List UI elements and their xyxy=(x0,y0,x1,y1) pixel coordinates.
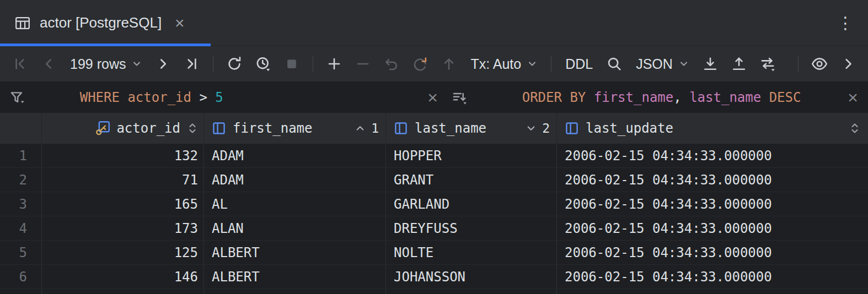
toolbar-separator xyxy=(213,56,213,72)
search-button[interactable] xyxy=(602,52,626,76)
tab-title: actor [PostgreSQL] xyxy=(40,14,162,31)
first-page-button[interactable] xyxy=(8,52,32,76)
stop-button[interactable] xyxy=(280,52,304,76)
search-icon xyxy=(606,56,623,72)
ddl-button[interactable]: DDL xyxy=(560,52,598,76)
sort-lines-icon[interactable] xyxy=(451,89,468,106)
delete-row-button[interactable] xyxy=(351,52,375,76)
order-token: ORDER BY xyxy=(522,90,594,105)
row-number[interactable]: 3 xyxy=(0,192,42,216)
chevron-right-icon xyxy=(840,56,856,72)
cell-first-name[interactable]: ADAM xyxy=(204,144,386,167)
sort-both-icon xyxy=(186,122,199,135)
cell-actor-id[interactable]: 173 xyxy=(42,216,204,240)
cell-actor-id[interactable]: 125 xyxy=(42,241,204,264)
cell-last-update[interactable]: 2006-02-15 04:34:33.000000 xyxy=(557,168,868,192)
tab-actor[interactable]: actor [PostgreSQL] × xyxy=(0,0,211,46)
table-row: 1 132 ADAM HOPPER 2006-02-15 04:34:33.00… xyxy=(0,144,868,168)
row-number[interactable]: 4 xyxy=(0,216,42,240)
page-size-dropdown[interactable]: 199 rows xyxy=(65,52,147,76)
cell-actor-id[interactable]: 165 xyxy=(42,192,204,216)
last-page-button[interactable] xyxy=(180,52,204,76)
export-data-button[interactable] xyxy=(698,52,722,76)
row-number[interactable]: 5 xyxy=(0,241,42,264)
refresh-icon xyxy=(226,56,243,72)
column-header-first-name[interactable]: first_name 1 xyxy=(204,113,386,144)
clear-where-button[interactable]: × xyxy=(427,89,438,106)
column-name: last_name xyxy=(415,121,486,136)
cell-last-update[interactable]: 2006-02-15 04:34:33.000000 xyxy=(557,144,868,167)
cell-first-name[interactable]: ALBERT xyxy=(204,241,386,264)
cell-first-name[interactable]: AL xyxy=(204,192,386,216)
arrow-up-icon xyxy=(441,56,457,72)
compare-data-button[interactable] xyxy=(756,52,780,76)
eye-icon xyxy=(811,55,828,73)
chevron-right-icon xyxy=(155,56,172,72)
cell-last-name[interactable]: GRANT xyxy=(386,168,557,192)
sort-indicator xyxy=(848,122,861,135)
history-button[interactable] xyxy=(251,52,275,76)
cell-last-name[interactable]: NOLTE xyxy=(386,241,557,264)
where-token: WHERE xyxy=(80,90,128,105)
row-number[interactable]: 1 xyxy=(0,144,42,167)
stop-icon xyxy=(283,56,300,72)
cell-last-name[interactable]: HOPPER xyxy=(386,144,557,167)
column-icon xyxy=(564,120,580,137)
page-size-label: 199 rows xyxy=(68,56,127,72)
revert-icon xyxy=(412,56,428,72)
active-tab-indicator xyxy=(0,43,211,46)
cell-first-name[interactable]: ALAN xyxy=(204,216,386,240)
cell-last-update[interactable]: 2006-02-15 04:34:33.000000 xyxy=(557,192,868,216)
chevron-left-icon xyxy=(40,56,57,72)
row-number[interactable]: 6 xyxy=(0,265,42,288)
where-token: actor_id xyxy=(127,90,199,105)
submit-button[interactable] xyxy=(437,52,461,76)
toolbar-separator xyxy=(551,56,551,72)
cell-actor-id[interactable]: 132 xyxy=(42,144,204,167)
order-token: DESC xyxy=(769,90,801,105)
more-options-button[interactable]: ⋮ xyxy=(837,15,854,31)
cell-last-update[interactable]: 2006-02-15 04:34:33.000000 xyxy=(557,241,868,264)
column-header-actor-id[interactable]: actor_id xyxy=(42,113,204,144)
undo-icon xyxy=(383,56,400,72)
format-label: JSON xyxy=(634,56,674,72)
table-row: 3 165 AL GARLAND 2006-02-15 04:34:33.000… xyxy=(0,192,868,216)
cell-first-name xyxy=(204,289,386,294)
filter-funnel-icon[interactable] xyxy=(9,89,25,106)
expand-toolbar-button[interactable] xyxy=(836,52,860,76)
sort-both-icon xyxy=(848,122,861,135)
next-page-button[interactable] xyxy=(151,52,175,76)
where-token: 5 xyxy=(215,90,223,105)
import-data-button[interactable] xyxy=(727,52,751,76)
cell-last-name[interactable]: GARLAND xyxy=(386,192,557,216)
toolbar-separator xyxy=(798,56,799,72)
cell-actor-id[interactable]: 71 xyxy=(42,168,204,192)
cell-last-name[interactable]: DREYFUSS xyxy=(386,216,557,240)
previous-page-button[interactable] xyxy=(36,52,61,76)
tab-bar: actor [PostgreSQL] × ⋮ xyxy=(0,0,868,46)
cell-first-name[interactable]: ADAM xyxy=(204,168,386,192)
add-row-button[interactable] xyxy=(322,52,346,76)
row-number[interactable]: 2 xyxy=(0,168,42,192)
clear-order-button[interactable]: × xyxy=(848,89,858,106)
format-dropdown[interactable]: JSON xyxy=(631,52,694,76)
tx-mode-dropdown[interactable]: Tx: Auto xyxy=(465,52,542,76)
revert-changes-button[interactable] xyxy=(408,52,432,76)
column-header-last-update[interactable]: last_update xyxy=(557,113,868,144)
download-icon xyxy=(702,56,719,72)
column-header-last-name[interactable]: last_name 2 xyxy=(386,113,557,144)
refresh-button[interactable] xyxy=(222,52,247,76)
column-name: last_update xyxy=(586,121,673,136)
cell-last-update[interactable]: 2006-02-15 04:34:33.000000 xyxy=(557,265,868,288)
tx-mode-label: Tx: Auto xyxy=(469,56,523,72)
cell-last-update[interactable]: 2006-02-15 04:34:33.000000 xyxy=(557,216,868,240)
view-options-button[interactable] xyxy=(807,52,832,76)
cell-first-name[interactable]: ALBERT xyxy=(204,265,386,288)
sort-indicator: 2 xyxy=(524,121,550,135)
cell-last-name[interactable]: JOHANSSON xyxy=(386,265,557,288)
tab-close-button[interactable]: × xyxy=(175,15,185,31)
cell-actor-id[interactable]: 146 xyxy=(42,265,204,288)
table-row: 6 146 ALBERT JOHANSSON 2006-02-15 04:34:… xyxy=(0,265,868,289)
undo-button[interactable] xyxy=(379,52,404,76)
row-number-header[interactable] xyxy=(0,113,42,144)
